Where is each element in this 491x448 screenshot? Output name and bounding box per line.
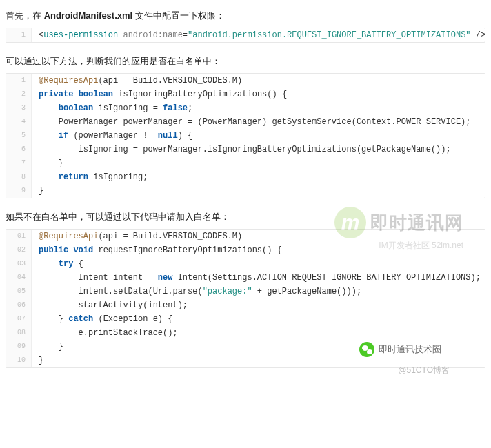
code-line: 8 return isIgnoring; [6,170,485,184]
code-content: return isIgnoring; [32,170,485,184]
code-line: 04 Intent intent = new Intent(Settings.A… [6,271,485,285]
section-heading: 如果不在白名单中，可以通过以下代码申请加入白名单： [6,211,485,223]
line-number: 10 [6,354,32,367]
code-line: 01@RequiresApi(api = Build.VERSION_CODES… [6,230,485,243]
line-number: 5 [6,129,32,143]
line-number: 6 [6,143,32,156]
code-content: Intent intent = new Intent(Settings.ACTI… [32,271,485,285]
code-content: startActivity(intent); [32,298,485,312]
code-content: @RequiresApi(api = Build.VERSION_CODES.M… [32,230,485,243]
code-line: 3 boolean isIgnoring = false; [6,101,485,115]
code-content: } [32,156,485,170]
code-content: intent.setData(Uri.parse("package:" + ge… [32,285,485,298]
line-number: 1 [6,28,32,42]
code-content: boolean isIgnoring = false; [32,101,485,115]
section-heading: 可以通过以下方法，判断我们的应用是否在白名单中： [6,55,485,68]
article-body: 首先，在 AndroidManifest.xml 文件中配置一下权限：1<use… [6,10,485,368]
line-number: 03 [6,257,32,271]
line-number: 2 [6,88,32,101]
code-content: isIgnoring = powerManager.isIgnoringBatt… [32,143,485,156]
code-content: try { [32,257,485,271]
code-line: 08 e.printStackTrace(); [6,326,485,340]
code-line: 06 startActivity(intent); [6,298,485,312]
line-number: 1 [6,74,32,88]
code-line: 5 if (powerManager != null) { [6,129,485,143]
line-number: 3 [6,101,32,115]
code-block: 1<uses-permission android:name="android.… [6,28,485,43]
code-line: 9} [6,184,485,198]
line-number: 02 [6,243,32,257]
line-number: 08 [6,326,32,340]
code-content: } catch (Exception e) { [32,312,485,326]
code-line: 07 } catch (Exception e) { [6,312,485,326]
code-content: if (powerManager != null) { [32,129,485,143]
code-content: } [32,184,485,198]
code-line: 09 } [6,340,485,354]
code-line: 02public void requestIgnoreBatteryOptimi… [6,243,485,257]
code-line: 4 PowerManager powerManager = (PowerMana… [6,115,485,129]
code-content: } [32,340,485,354]
section-heading: 首先，在 AndroidManifest.xml 文件中配置一下权限： [6,10,485,22]
line-number: 07 [6,312,32,326]
line-number: 01 [6,230,32,243]
code-block: 01@RequiresApi(api = Build.VERSION_CODES… [6,229,485,368]
line-number: 04 [6,271,32,285]
code-line: 05 intent.setData(Uri.parse("package:" +… [6,285,485,298]
code-block: 1@RequiresApi(api = Build.VERSION_CODES.… [6,73,485,198]
code-line: 03 try { [6,257,485,271]
code-line: 7 } [6,156,485,170]
code-content: PowerManager powerManager = (PowerManage… [32,115,485,129]
code-content: e.printStackTrace(); [32,326,485,340]
line-number: 4 [6,115,32,129]
code-content: <uses-permission android:name="android.p… [32,28,485,42]
line-number: 8 [6,170,32,184]
code-content: } [32,354,485,367]
code-line: 10} [6,354,485,367]
code-content: public void requestIgnoreBatteryOptimiza… [32,243,485,257]
line-number: 7 [6,156,32,170]
line-number: 9 [6,184,32,198]
line-number: 09 [6,340,32,354]
line-number: 06 [6,298,32,312]
code-content: private boolean isIgnoringBatteryOptimiz… [32,88,485,101]
code-line: 1<uses-permission android:name="android.… [6,28,485,42]
line-number: 05 [6,285,32,298]
code-line: 2private boolean isIgnoringBatteryOptimi… [6,88,485,101]
code-line: 1@RequiresApi(api = Build.VERSION_CODES.… [6,74,485,88]
code-line: 6 isIgnoring = powerManager.isIgnoringBa… [6,143,485,156]
code-content: @RequiresApi(api = Build.VERSION_CODES.M… [32,74,485,88]
